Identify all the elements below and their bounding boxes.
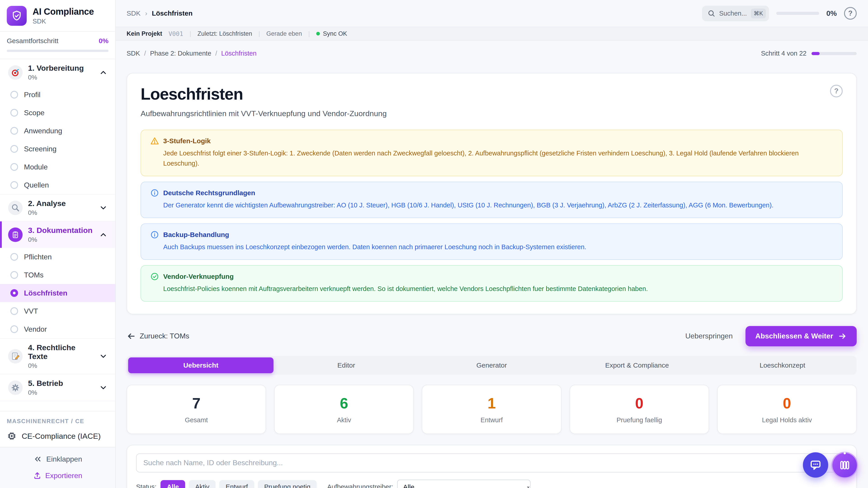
sync-ok-dot [316,32,320,35]
page-title: Loeschfristen [141,85,243,103]
help-icon[interactable]: ? [844,7,857,20]
page-breadcrumb-sdk[interactable]: SDK [127,50,140,57]
callout-list: 3-Stufen-LogikJede Loeschfrist folgt ein… [141,130,843,302]
step-progress-bar [811,52,857,55]
status-pill-alle[interactable]: Alle [160,480,185,488]
section-label: 5. Betrieb [28,379,94,388]
app-logo-row: AI Compliance SDK [0,0,115,31]
radio-icon [10,253,18,261]
sidebar-item-label: TOMs [24,271,43,279]
chevron-down-icon [99,203,107,212]
memo-icon [8,349,23,363]
radio-icon [10,307,18,315]
stat-value: 7 [192,395,200,412]
sidebar-item-pflichten[interactable]: Pflichten [0,248,115,266]
radio-icon [10,127,18,135]
chevron-down-icon [99,352,107,361]
breadcrumb-current: Löschfristen [152,9,193,17]
card-help-icon[interactable]: ? [830,85,843,97]
machine-section-label: MASCHINENRECHT / CE [7,418,108,425]
wizard-nav-row: Zurueck: TOMs Ueberspringen Abschliessen… [127,326,857,346]
stat-label: Gesamt [185,416,208,424]
callout-body: Loeschfrist-Policies koennen mit Auftrag… [150,284,833,294]
info-circle-icon [150,230,159,239]
finish-next-button[interactable]: Abschliessen & Weiter [745,326,857,346]
sidebar-section-dokumentation: 3. Dokumentation0%PflichtenTOMsLöschfris… [0,221,115,339]
sidebar-section-header-analyse[interactable]: 2. Analyse0% [0,195,115,221]
sidebar-item-ce-compliance[interactable]: CE-Compliance (IACE) [7,431,108,441]
sidebar-item-toms[interactable]: TOMs [0,266,115,284]
section-percent: 0% [28,362,94,369]
chat-assistant-button[interactable] [803,452,828,478]
tab-editor[interactable]: Editor [274,357,419,373]
tab-loeschkonzept[interactable]: Loeschkonzept [710,357,855,373]
separator: / [215,50,217,57]
sidebar-item-scope[interactable]: Scope [0,104,115,122]
callout-body: Auch Backups muessen ins Loeschkonzept e… [150,242,833,252]
separator: | [190,30,191,37]
sidebar-item-quellen[interactable]: Quellen [0,176,115,194]
export-button[interactable]: Exportieren [33,471,82,480]
section-label: 2. Analyse [28,199,94,208]
tab-export-compliance[interactable]: Export & Compliance [564,357,710,373]
sidebar-item-module[interactable]: Module [0,158,115,176]
sidebar-item-vendor[interactable]: Vendor [0,320,115,338]
radio-icon [10,163,18,171]
app-title: AI Compliance [33,6,94,17]
sidebar-item-label: Quellen [24,181,49,189]
stat-card-legal-holds-aktiv: 0Legal Holds aktiv [717,385,857,434]
sidebar-section-header-vorbereitung[interactable]: 1. Vorbereitung0% [0,59,115,86]
sidebar: AI Compliance SDK Gesamtfortschritt 0% 1… [0,0,116,488]
policy-search-input[interactable] [136,453,847,473]
sidebar-section-rechtliche-texte: 4. Rechtliche Texte0% [0,339,115,375]
sidebar-item-label: Profil [24,91,40,99]
page-breadcrumb-phase[interactable]: Phase 2: Dokumente [150,50,211,57]
app-subtitle: SDK [33,18,94,25]
separator: | [258,30,260,37]
sidebar-item-vvt[interactable]: VVT [0,302,115,320]
columns-icon [838,459,851,471]
sidebar-item-anwendung[interactable]: Anwendung [0,122,115,140]
sidebar-item-l-schfristen[interactable]: Löschfristen [0,284,115,302]
sidebar-item-screening[interactable]: Screening [0,140,115,158]
sidebar-item-profil[interactable]: Profil [0,86,115,104]
chevron-up-icon [99,68,107,77]
back-button[interactable]: Zurueck: TOMs [127,332,189,341]
collapse-sidebar-button[interactable]: Einklappen [33,455,82,464]
sidebar-section-header-rechtliche-texte[interactable]: 4. Rechtliche Texte0% [0,339,115,374]
callout-3-stufen-logik: 3-Stufen-LogikJede Loeschfrist folgt ein… [141,130,843,176]
skip-button[interactable]: Ueberspringen [680,327,739,345]
sidebar-section-header-dokumentation[interactable]: 3. Dokumentation0% [0,221,115,248]
callout-backup-behandlung: Backup-BehandlungAuch Backups muessen in… [141,223,843,260]
status-pill-entwurf[interactable]: Entwurf [219,480,254,488]
callout-body: Der Generator kennt die wichtigsten Aufb… [150,200,833,210]
radio-icon [10,109,18,117]
keyboard-shortcut-badge: ⌘K [751,8,766,18]
target-icon [8,65,23,80]
tab-uebersicht[interactable]: Uebersicht [128,357,274,373]
breadcrumb-sdk[interactable]: SDK [127,9,141,17]
main-card: Loeschfristen ? Aufbewahrungsrichtlinien… [127,73,857,314]
back-label: Zurueck: TOMs [140,332,189,340]
machine-section: MASCHINENRECHT / CE CE-Compliance (IACE) [0,411,115,447]
driver-select[interactable]: Alle [397,480,530,488]
tab-generator[interactable]: Generator [419,357,564,373]
content-area: SDK / Phase 2: Dokumente / Löschfristen … [116,41,868,488]
collapse-label: Einklappen [46,455,82,463]
section-percent: 0% [28,236,94,243]
status-filter-label: Status: [136,483,156,488]
status-pill-aktiv[interactable]: Aktiv [189,480,216,488]
header-progress-value: 0% [827,9,837,18]
status-pill-pruefung-noetig[interactable]: Pruefung noetig [258,480,317,488]
header-progress-bar [776,12,819,15]
sidebar-item-label: CE-Compliance (IACE) [22,432,101,441]
sidebar-section-header-betrieb[interactable]: 5. Betrieb0% [0,375,115,401]
gear-icon [8,381,23,395]
radio-icon [10,271,18,279]
chevron-down-icon [99,383,107,392]
callout-title: 3-Stufen-Logik [163,137,211,145]
columns-panel-button[interactable] [831,452,858,479]
step-label: Schritt 4 von 22 [761,50,807,57]
upload-icon [33,471,41,480]
global-search-button[interactable]: Suchen... ⌘K [702,6,769,21]
